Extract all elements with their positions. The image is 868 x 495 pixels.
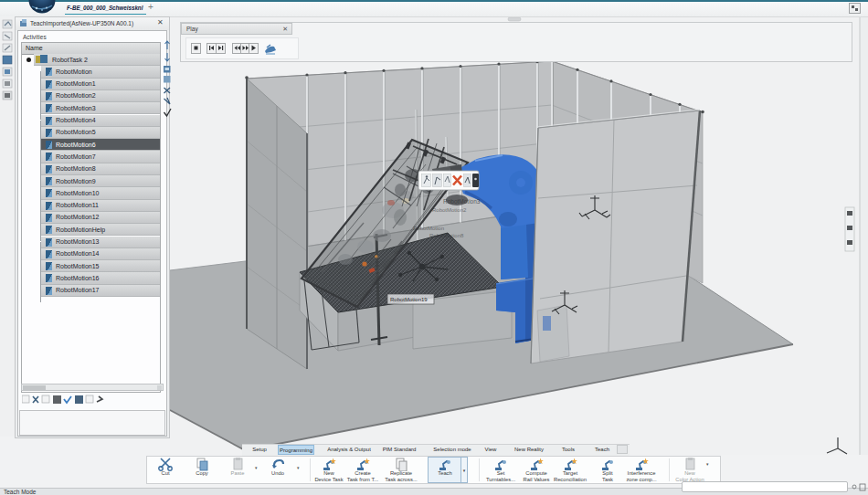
svg-text:RobotMotion8: RobotMotion8 [429, 233, 464, 238]
svg-text:RobotMotion2: RobotMotion2 [432, 207, 467, 213]
svg-text:RobotMotion: RobotMotion [413, 226, 444, 231]
svg-text:RobotMotion3: RobotMotion3 [443, 198, 481, 205]
svg-text:RobotMotion19: RobotMotion19 [390, 297, 428, 302]
